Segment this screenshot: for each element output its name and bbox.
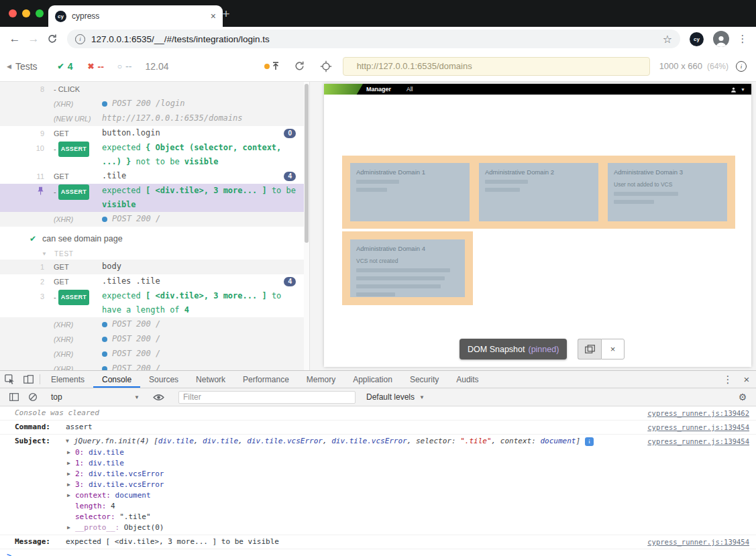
new-tab-button[interactable]: + bbox=[217, 6, 235, 22]
site-info-icon[interactable]: i bbox=[75, 34, 85, 44]
scrollbar-thumb[interactable] bbox=[305, 84, 309, 243]
url-text: 127.0.0.1:6535/__/#/tests/integration/lo… bbox=[91, 34, 657, 44]
command-row[interactable]: - ASSERTexpected [ <div.tile>, 3 more...… bbox=[0, 184, 304, 212]
object-property[interactable]: ▶2: div.tile.vcsError bbox=[15, 469, 639, 480]
command-message: .tiles .tile bbox=[102, 274, 281, 288]
command-method: (XHR) bbox=[54, 212, 102, 227]
aut-url-bar[interactable]: http://127.0.0.1:6535/domains bbox=[343, 57, 650, 76]
window-maximize-button[interactable] bbox=[36, 9, 44, 17]
devtools-tab-security[interactable]: Security bbox=[401, 371, 447, 388]
back-button[interactable]: ← bbox=[5, 30, 24, 48]
console-sidebar-button[interactable] bbox=[5, 393, 23, 401]
devtools-close-icon[interactable]: × bbox=[737, 374, 756, 385]
object-property[interactable]: ▶__proto__: Object(0) bbox=[15, 522, 639, 533]
viewport-info-icon[interactable]: i bbox=[736, 61, 747, 72]
subject-preview[interactable]: jQuery.fn.init(4) [div.tile, div.tile, d… bbox=[74, 437, 580, 445]
device-toolbar-button[interactable] bbox=[19, 371, 38, 388]
collapse-triangle-icon[interactable]: ▼ bbox=[66, 436, 74, 447]
command-row[interactable]: 2GET.tiles .tile4 bbox=[0, 274, 304, 289]
command-row[interactable]: 9GETbutton.login0 bbox=[0, 126, 304, 141]
command-row[interactable]: (XHR)POST 200 /login bbox=[0, 97, 304, 111]
divider bbox=[40, 374, 40, 384]
object-property[interactable]: ▶0: div.tile bbox=[15, 447, 639, 458]
command-row[interactable]: 11GET.tile4 bbox=[0, 169, 304, 184]
command-row[interactable]: (XHR)POST 200 / bbox=[0, 347, 304, 362]
restart-tests-button[interactable] bbox=[294, 60, 305, 72]
devtools-tab-audits[interactable]: Audits bbox=[447, 371, 487, 388]
devtools-tab-network[interactable]: Network bbox=[187, 371, 234, 388]
reload-button[interactable] bbox=[43, 30, 62, 48]
window-minimize-button[interactable] bbox=[22, 9, 30, 17]
cypress-extension-icon[interactable]: cy bbox=[690, 32, 704, 46]
user-icon bbox=[731, 87, 737, 93]
command-number bbox=[0, 362, 54, 362]
failed-count: -- bbox=[98, 61, 104, 72]
test-title[interactable]: ✔can see domain page bbox=[0, 227, 304, 248]
route-indicator-dot bbox=[102, 351, 107, 357]
back-to-tests-button[interactable]: ◀ Tests bbox=[7, 61, 38, 72]
tile-text-line bbox=[356, 284, 441, 288]
domain-tile: Administrative Domain 3User not added to… bbox=[608, 163, 727, 221]
command-number bbox=[0, 212, 54, 213]
check-icon: ✔ bbox=[58, 62, 64, 71]
viewport-info: 1000 x 660 (64%) i bbox=[659, 61, 747, 72]
command-message: POST 200 / bbox=[102, 332, 304, 346]
selector-playground-button[interactable] bbox=[320, 60, 332, 72]
live-expression-button[interactable] bbox=[149, 394, 168, 401]
browser-tab[interactable]: cy cypress × bbox=[48, 5, 223, 27]
snapshot-unpin-button[interactable]: × bbox=[601, 339, 625, 359]
devtools-settings-icon[interactable]: ⚙ bbox=[734, 392, 751, 402]
clear-console-button[interactable] bbox=[23, 392, 42, 402]
object-property[interactable]: ▶context: document bbox=[15, 490, 639, 501]
message-label: Message: bbox=[15, 537, 66, 547]
snapshot-toggle-button[interactable] bbox=[578, 339, 601, 359]
object-property[interactable]: ▶3: div.tile.vcsError bbox=[15, 480, 639, 490]
inspect-element-button[interactable] bbox=[0, 371, 19, 388]
devtools-tab-console[interactable]: Console bbox=[93, 371, 140, 388]
source-link[interactable]: cypress_runner.js:139454 bbox=[647, 436, 749, 447]
object-property[interactable]: ▶1: div.tile bbox=[15, 458, 639, 469]
devtools-tab-sources[interactable]: Sources bbox=[140, 371, 187, 388]
address-bar[interactable]: i 127.0.0.1:6535/__/#/tests/integration/… bbox=[67, 30, 680, 48]
circle-icon: ○ bbox=[117, 62, 122, 71]
forward-button[interactable]: → bbox=[24, 30, 43, 48]
profile-avatar[interactable] bbox=[713, 31, 729, 47]
tab-close-icon[interactable]: × bbox=[211, 11, 216, 21]
object-property: selector: ".tile" bbox=[15, 512, 639, 522]
source-link[interactable]: cypress_runner.js:139462 bbox=[647, 408, 749, 419]
command-number bbox=[0, 97, 54, 97]
command-row[interactable]: (XHR)POST 200 / bbox=[0, 362, 304, 370]
command-row[interactable]: (XHR)POST 200 / bbox=[0, 332, 304, 347]
command-row[interactable]: 1GETbody bbox=[0, 260, 304, 274]
command-row[interactable]: (XHR)POST 200 / bbox=[0, 212, 304, 227]
subject-tree: ▶0: div.tile▶1: div.tile▶2: div.tile.vcs… bbox=[15, 447, 639, 533]
devtools-tab-performance[interactable]: Performance bbox=[234, 371, 298, 388]
console-prompt[interactable]: > bbox=[0, 549, 756, 556]
property-value: ".tile" bbox=[119, 512, 150, 521]
command-row[interactable]: (XHR)POST 200 / bbox=[0, 317, 304, 332]
source-link[interactable]: cypress_runner.js:139454 bbox=[647, 422, 749, 433]
log-levels-selector[interactable]: Default levels ▼ bbox=[366, 392, 425, 402]
command-row[interactable]: 10- ASSERTexpected { Object (selector, c… bbox=[0, 141, 304, 169]
auto-scroll-toggle[interactable] bbox=[264, 62, 279, 70]
command-row[interactable]: 8- CLICK bbox=[0, 82, 304, 97]
devtools-tab-elements[interactable]: Elements bbox=[42, 371, 93, 388]
tile-text-line bbox=[356, 268, 450, 272]
pin-icon bbox=[37, 186, 44, 195]
context-selector[interactable]: top ▼ bbox=[51, 392, 140, 402]
command-row[interactable]: 3- ASSERTexpected [ <div.tile>, 3 more..… bbox=[0, 289, 304, 317]
devtools-tab-application[interactable]: Application bbox=[344, 371, 401, 388]
devtools-tab-memory[interactable]: Memory bbox=[298, 371, 344, 388]
test-group-header[interactable]: ▼TEST bbox=[0, 248, 304, 260]
source-link[interactable]: cypress_runner.js:139454 bbox=[647, 537, 749, 547]
command-log-scrollbar[interactable] bbox=[304, 82, 309, 370]
browser-menu-icon[interactable]: ⋮ bbox=[735, 33, 751, 45]
devtools-menu-icon[interactable]: ⋮ bbox=[718, 374, 737, 386]
window-close-button[interactable] bbox=[9, 9, 17, 17]
domain-tile: Administrative Domain 1 bbox=[350, 163, 470, 221]
command-number: 3 bbox=[0, 289, 54, 304]
command-value: assert bbox=[66, 423, 93, 431]
console-filter-input[interactable] bbox=[178, 391, 356, 404]
command-row[interactable]: (NEW URL)http://127.0.0.1:6535/domains bbox=[0, 111, 304, 126]
bookmark-star-icon[interactable]: ☆ bbox=[663, 33, 672, 46]
